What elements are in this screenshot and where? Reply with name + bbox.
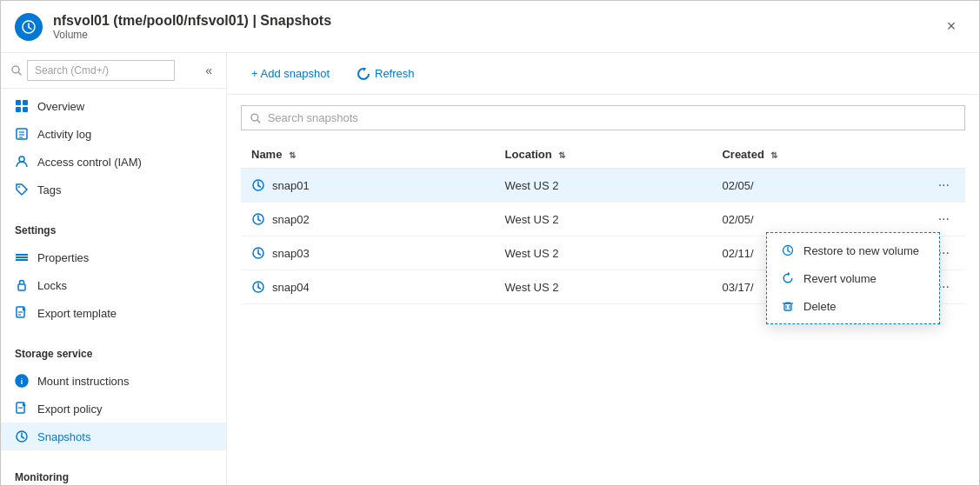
search-snapshots-box [241, 105, 965, 130]
svg-point-13 [19, 156, 24, 162]
sidebar-item-locks[interactable]: Locks [1, 271, 226, 299]
cell-name-snap04: snap04 [241, 270, 495, 304]
svg-rect-17 [16, 259, 28, 261]
svg-rect-15 [16, 254, 28, 256]
context-menu: Restore to new volume Revert volume Dele… [766, 232, 940, 324]
cell-actions-snap01: ··· [893, 169, 965, 203]
cell-actions-snap02: ··· [893, 203, 965, 236]
table-row[interactable]: snap02 West US 2 02/05/ ··· [241, 203, 965, 236]
row-created: 02/05/ [722, 179, 753, 192]
sidebar-item-access-control[interactable]: Access control (IAM) [1, 148, 226, 176]
row-location: West US 2 [505, 247, 559, 260]
svg-line-4 [19, 73, 22, 76]
col-location-label: Location [505, 148, 552, 161]
refresh-label: Refresh [375, 67, 415, 80]
sidebar-item-properties-label: Properties [37, 251, 89, 264]
mount-instructions-icon: i [15, 374, 29, 388]
cell-created-snap01: 02/05/ [711, 169, 892, 203]
cell-location-snap04: West US 2 [495, 270, 712, 304]
title-icon [15, 13, 43, 41]
toolbar: + Add snapshot Refresh [227, 53, 979, 95]
sidebar-item-activity-log[interactable]: Activity log [1, 120, 226, 148]
activity-log-icon [15, 127, 29, 141]
cell-created-snap02: 02/05/ [711, 203, 892, 236]
sidebar-item-mount-instructions-label: Mount instructions [37, 375, 130, 388]
row-name: snap03 [272, 247, 310, 260]
sidebar-search-input[interactable] [27, 60, 175, 81]
context-menu-delete-label: Delete [803, 300, 837, 313]
col-header-name[interactable]: Name ⇅ [241, 141, 495, 169]
sidebar-item-export-policy[interactable]: Export policy [1, 395, 226, 423]
svg-rect-18 [18, 284, 25, 290]
sidebar-item-snapshots[interactable]: Snapshots [1, 423, 226, 450]
sidebar-item-activity-log-label: Activity log [37, 128, 91, 141]
col-name-sort-icon: ⇅ [289, 150, 296, 160]
context-menu-restore[interactable]: Restore to new volume [767, 236, 939, 264]
monitoring-section-header: Monitoring [1, 461, 226, 485]
col-header-created[interactable]: Created ⇅ [711, 141, 892, 169]
search-icon [11, 65, 22, 76]
row-more-button[interactable]: ··· [933, 176, 955, 195]
svg-rect-5 [16, 100, 21, 105]
col-header-location[interactable]: Location ⇅ [495, 141, 712, 169]
col-created-sort-icon: ⇅ [770, 150, 777, 160]
row-location: West US 2 [505, 179, 559, 192]
export-template-icon [15, 306, 29, 320]
svg-line-30 [257, 120, 259, 122]
table-header-row: Name ⇅ Location ⇅ Created ⇅ [241, 141, 965, 169]
sidebar-search-box: « [1, 53, 226, 89]
close-button[interactable]: × [937, 13, 965, 41]
sidebar-item-mount-instructions[interactable]: i Mount instructions [1, 367, 226, 395]
collapse-button[interactable]: « [202, 60, 216, 81]
settings-section-header: Settings [1, 214, 226, 240]
sidebar-item-tags-label: Tags [37, 183, 61, 196]
refresh-button[interactable]: Refresh [347, 62, 425, 85]
nav-section-storage: i Mount instructions Export policy Snaps… [1, 363, 226, 454]
cell-name-snap02: snap02 [241, 203, 495, 236]
table-row[interactable]: snap01 West US 2 02/05/ ··· [241, 169, 965, 203]
sidebar-item-tags[interactable]: Tags [1, 176, 226, 203]
sidebar-item-snapshots-label: Snapshots [37, 430, 90, 443]
page-subtitle: Volume [53, 29, 927, 41]
main-window: nfsvol01 (tme/pool0/nfsvol01) | Snapshot… [0, 0, 980, 486]
sidebar-item-locks-label: Locks [37, 279, 67, 292]
sidebar-item-overview-label: Overview [37, 100, 84, 113]
page-title: nfsvol01 (tme/pool0/nfsvol01) | Snapshot… [53, 13, 927, 29]
context-menu-delete[interactable]: Delete [767, 292, 939, 320]
cell-location-snap01: West US 2 [495, 169, 712, 203]
svg-line-39 [258, 254, 261, 256]
table-search-icon [250, 113, 261, 123]
row-created: 03/17/ [722, 281, 753, 294]
cell-name-snap03: snap03 [241, 236, 495, 270]
restore-icon [781, 243, 795, 257]
svg-rect-8 [23, 107, 28, 112]
cell-name-snap01: snap01 [241, 169, 495, 203]
overview-icon [15, 99, 29, 113]
search-snapshots-input[interactable] [268, 111, 956, 124]
row-more-button[interactable]: ··· [933, 210, 955, 229]
sidebar: « Overview Activity log [1, 53, 227, 485]
svg-line-2 [29, 27, 31, 29]
sidebar-item-export-policy-label: Export policy [37, 403, 102, 416]
svg-rect-46 [784, 303, 791, 310]
sidebar-item-overview[interactable]: Overview [1, 92, 226, 120]
add-snapshot-button[interactable]: + Add snapshot [241, 62, 340, 85]
context-menu-restore-label: Restore to new volume [803, 244, 919, 257]
svg-line-33 [258, 186, 261, 188]
storage-section-header: Storage service [1, 337, 226, 363]
svg-text:i: i [21, 377, 23, 386]
sidebar-item-properties[interactable]: Properties [1, 243, 226, 271]
sidebar-item-export-template-label: Export template [37, 307, 117, 320]
row-name: snap04 [272, 281, 310, 294]
col-header-actions [893, 141, 965, 169]
nav-section-main: Overview Activity log Access control (IA… [1, 89, 226, 207]
context-menu-revert[interactable]: Revert volume [767, 264, 939, 292]
cell-location-snap03: West US 2 [495, 236, 712, 270]
sidebar-item-export-template[interactable]: Export template [1, 299, 226, 327]
context-menu-revert-label: Revert volume [803, 272, 877, 285]
main-content: « Overview Activity log [1, 53, 979, 485]
row-location: West US 2 [505, 213, 559, 226]
svg-line-36 [258, 220, 261, 222]
revert-icon [781, 271, 795, 285]
title-bar: nfsvol01 (tme/pool0/nfsvol01) | Snapshot… [1, 1, 979, 53]
